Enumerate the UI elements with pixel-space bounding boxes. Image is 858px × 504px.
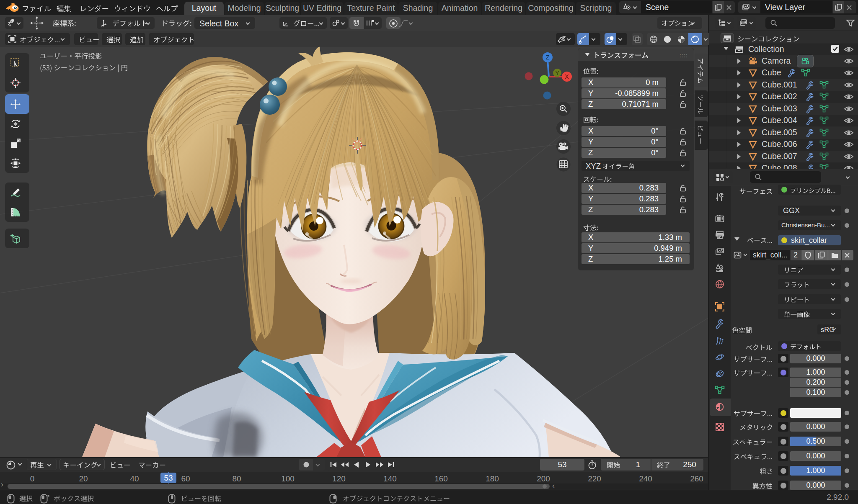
svg-text:X: X (565, 73, 569, 80)
svg-text:Y: Y (556, 70, 559, 76)
svg-text:Z: Z (546, 54, 550, 61)
